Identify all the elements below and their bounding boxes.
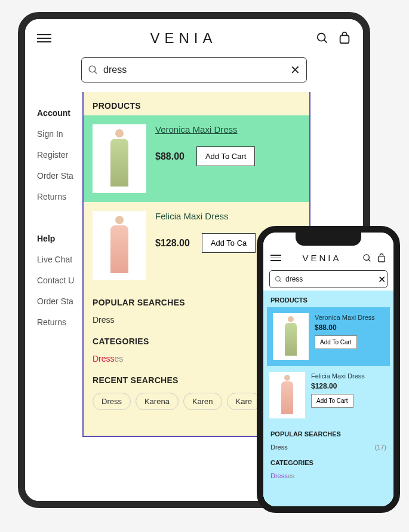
- popular-search-item: Dress: [270, 444, 288, 451]
- search-bar[interactable]: ✕: [269, 270, 388, 288]
- category-highlight: Dress: [93, 354, 115, 363]
- product-image: [269, 372, 305, 418]
- search-dropdown: PRODUCTS Veronica Maxi Dress $88.00 Add …: [263, 291, 393, 513]
- clear-icon[interactable]: ✕: [378, 274, 386, 285]
- search-icon[interactable]: [316, 32, 329, 45]
- hamburger-icon[interactable]: [270, 253, 281, 263]
- product-image: [93, 124, 146, 193]
- sidebar-item[interactable]: Returns: [37, 186, 74, 207]
- phone-notch: [296, 233, 361, 246]
- category-rest: es: [115, 354, 124, 363]
- svg-point-3: [89, 66, 96, 72]
- search-icon: [88, 65, 99, 75]
- products-heading: PRODUCTS: [263, 291, 393, 307]
- product-price: $88.00: [155, 151, 184, 162]
- add-to-cart-button[interactable]: Add To Cart: [315, 335, 357, 349]
- product-name[interactable]: Veronica Maxi Dress: [155, 124, 300, 134]
- products-heading: PRODUCTS: [84, 92, 309, 115]
- product-name[interactable]: Veronica Maxi Dress: [315, 313, 384, 322]
- sidebar-item[interactable]: Register: [37, 145, 74, 166]
- popular-searches-heading: POPULAR SEARCHES: [263, 424, 393, 441]
- add-to-cart-button[interactable]: Add To Cart: [311, 394, 353, 408]
- recent-search-pill[interactable]: Kare: [227, 393, 261, 410]
- popular-search-count: (17): [374, 444, 386, 451]
- add-to-cart-button[interactable]: Add To Cart: [196, 146, 255, 166]
- phone-screen: VENIA ✕ PRODUCTS: [263, 233, 393, 506]
- product-card[interactable]: Veronica Maxi Dress $88.00 Add To Cart: [84, 115, 309, 202]
- svg-point-8: [276, 276, 281, 281]
- sidebar-account-head: Account: [37, 103, 74, 124]
- search-icon[interactable]: [362, 253, 372, 263]
- recent-search-pill[interactable]: Karen: [183, 393, 222, 410]
- svg-line-9: [279, 280, 281, 282]
- product-price: $128.00: [311, 382, 388, 390]
- sidebar-item[interactable]: Contact U: [37, 270, 74, 291]
- svg-rect-7: [379, 256, 385, 261]
- product-card[interactable]: Felicia Maxi Dress $128.00 Add To Cart: [263, 366, 393, 424]
- product-name[interactable]: Felicia Maxi Dress: [155, 211, 300, 221]
- product-price: $128.00: [155, 238, 190, 249]
- svg-line-6: [368, 259, 370, 261]
- sidebar-item[interactable]: Returns: [37, 312, 74, 333]
- cart-icon[interactable]: [338, 32, 351, 45]
- category-rest: es: [288, 472, 295, 479]
- sidebar-item[interactable]: Order Sta: [37, 166, 74, 186]
- search-input[interactable]: [282, 275, 378, 283]
- phone-device: VENIA ✕ PRODUCTS: [257, 226, 400, 513]
- product-image: [273, 313, 309, 360]
- svg-point-5: [364, 255, 369, 260]
- search-bar[interactable]: ✕: [81, 57, 307, 82]
- svg-point-0: [318, 33, 325, 41]
- search-input[interactable]: [99, 65, 290, 75]
- category-highlight: Dress: [270, 472, 288, 479]
- category-item[interactable]: Dresses: [263, 470, 393, 482]
- tablet-header: VENIA: [25, 19, 363, 57]
- brand-logo: VENIA: [302, 253, 341, 263]
- hamburger-icon[interactable]: [37, 32, 51, 45]
- recent-search-pill[interactable]: Karena: [136, 393, 179, 410]
- categories-heading: CATEGORIES: [263, 453, 393, 470]
- svg-line-4: [94, 71, 97, 74]
- phone-header: VENIA: [263, 249, 393, 267]
- sidebar-item[interactable]: Order Sta: [37, 291, 74, 312]
- product-name[interactable]: Felicia Maxi Dress: [311, 372, 388, 380]
- cart-icon[interactable]: [377, 253, 386, 263]
- svg-line-1: [324, 40, 327, 43]
- recent-search-pill[interactable]: Dress: [93, 393, 131, 410]
- brand-logo: VENIA: [150, 30, 217, 47]
- product-card[interactable]: Veronica Maxi Dress $88.00 Add To Cart: [267, 307, 390, 366]
- sidebar-background: Account Sign In Register Order Sta Retur…: [37, 103, 74, 333]
- sidebar-item[interactable]: Live Chat: [37, 249, 74, 270]
- add-to-cart-button[interactable]: Add To Ca: [202, 233, 256, 253]
- product-image: [93, 211, 146, 280]
- popular-search-row[interactable]: Dress (17): [263, 441, 393, 453]
- product-price: $88.00: [315, 323, 384, 332]
- svg-rect-2: [340, 35, 349, 43]
- search-icon: [275, 276, 282, 283]
- clear-icon[interactable]: ✕: [290, 63, 300, 77]
- sidebar-item[interactable]: Sign In: [37, 124, 74, 145]
- sidebar-help-head: Help: [37, 228, 74, 249]
